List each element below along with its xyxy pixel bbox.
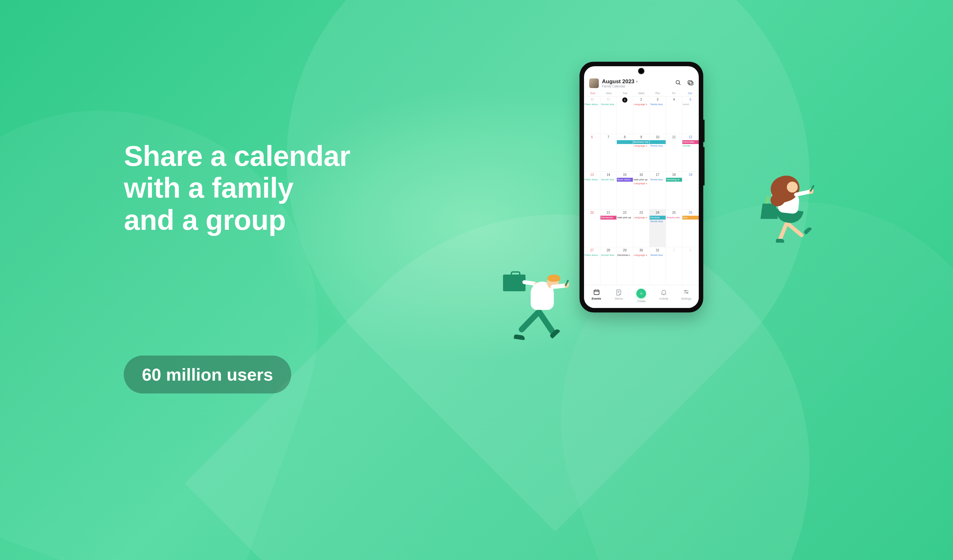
day-cell[interactable]: 2Language s (633, 96, 650, 134)
event-chip[interactable]: Piano lesso (584, 253, 600, 257)
phone-screen: August 2023 ▾ Family Calendar SunMonTueW… (584, 66, 699, 308)
event-chip[interactable]: Piano lesso (584, 178, 600, 181)
day-cell[interactable]: 13Piano lesso (584, 172, 601, 209)
event-chip[interactable]: Tennis less (650, 253, 666, 257)
event-chip[interactable]: Beauty salo (666, 216, 682, 220)
day-cell[interactable]: 12InformatioDental (682, 134, 699, 172)
day-cell[interactable]: 29Electrical o (617, 247, 633, 285)
day-number: 31 (601, 98, 616, 102)
day-number: 15 (617, 173, 633, 177)
event-chip[interactable]: Soccer less (601, 178, 616, 181)
event-chip[interactable]: Tennis less (650, 178, 666, 181)
nav-settings[interactable]: Settings (675, 289, 697, 303)
day-number: 2 (682, 248, 699, 253)
day-cell[interactable]: 4 (666, 96, 682, 134)
day-number: 1 (617, 98, 633, 102)
calendar-avatar-icon[interactable] (589, 78, 599, 88)
headline: Share a calendar with a family and a gro… (124, 140, 350, 236)
day-cell[interactable]: 17Tennis less (650, 172, 666, 209)
day-cell[interactable]: 25Beauty salo (666, 209, 682, 247)
month-grid[interactable]: 30Piano lesso31Soccer less12Language s3T… (584, 96, 699, 285)
event-chip[interactable]: kate pick up (617, 216, 633, 220)
nav-label: Create (637, 299, 646, 303)
day-cell[interactable]: 18Wedding ar (666, 172, 682, 209)
event-chip[interactable]: Electrical o (617, 253, 633, 257)
day-cell[interactable]: 3Tennis less (650, 96, 666, 134)
event-chip[interactable]: Business trip (633, 140, 649, 144)
day-cell[interactable]: 5lunch (682, 96, 699, 134)
weekday-label: Sun (585, 92, 601, 95)
day-cell[interactable]: 9Business tripLanguage s (633, 134, 650, 172)
day-cell[interactable]: 30Piano lesso (584, 96, 601, 134)
day-cell[interactable]: 28Soccer less (601, 247, 617, 285)
sliders-icon (683, 289, 690, 296)
event-chip[interactable]: Soccer less (601, 102, 616, 106)
svg-rect-3 (689, 82, 693, 85)
day-cell[interactable]: 16kate pick upLanguage s (633, 172, 650, 209)
nav-label: Events (592, 297, 601, 300)
event-chip[interactable]: Language s (633, 253, 649, 257)
event-chip[interactable]: Dental (682, 144, 699, 148)
day-cell[interactable]: 8 (617, 134, 633, 172)
event-chip[interactable]: Rehearsal (601, 216, 616, 220)
day-cell[interactable]: 21Rehearsal (601, 209, 617, 247)
event-chip[interactable]: Soccer less (601, 253, 616, 257)
day-number: 4 (666, 98, 682, 102)
day-cell[interactable]: 10Tennis less (650, 134, 666, 172)
event-chip[interactable]: Seminar (650, 216, 666, 220)
day-cell[interactable]: 19 (682, 172, 699, 209)
weekday-label: Fri (666, 92, 682, 95)
event-chip[interactable]: Language s (633, 102, 649, 106)
woman-illustration (762, 179, 833, 250)
day-cell[interactable]: 31Tennis less (650, 247, 666, 285)
event-chip[interactable] (650, 140, 666, 144)
weekday-label: Wed (633, 92, 649, 95)
day-number: 22 (617, 211, 633, 215)
header-titles[interactable]: August 2023 ▾ Family Calendar (602, 78, 672, 88)
day-cell[interactable]: 1 (666, 247, 682, 285)
event-chip[interactable]: Tennis less (650, 102, 666, 106)
day-cell[interactable]: 24SeminarTennis less (650, 209, 666, 247)
day-number: 10 (650, 135, 666, 140)
day-cell[interactable]: 6 (584, 134, 601, 172)
day-cell[interactable]: 11 (666, 134, 682, 172)
nav-memo[interactable]: Memo (608, 289, 630, 303)
day-cell[interactable]: 14Soccer less (601, 172, 617, 209)
nav-label: Memo (615, 297, 623, 300)
nav-activity[interactable]: Activity (652, 289, 675, 303)
event-chip[interactable]: Informatio (682, 140, 699, 144)
event-chip[interactable]: Tennis less (650, 220, 666, 223)
day-cell[interactable]: 23Language s (633, 209, 650, 247)
calendar-name: Family Calendar (602, 85, 672, 88)
nav-events[interactable]: Events (585, 289, 608, 303)
day-cell[interactable]: 31Soccer less (601, 96, 617, 134)
event-chip[interactable]: Zoo (682, 216, 699, 220)
event-chip[interactable]: Piano lesso (584, 102, 600, 106)
event-chip[interactable]: Tennis less (650, 144, 666, 148)
hair (547, 275, 560, 282)
shoe (776, 239, 784, 243)
event-chip[interactable]: Language s (633, 181, 649, 186)
event-chip[interactable] (617, 140, 633, 144)
event-chip[interactable]: Language s (633, 216, 649, 220)
day-cell[interactable]: 22kate pick up (617, 209, 633, 247)
day-number: 28 (601, 248, 616, 253)
day-cell[interactable]: 26Zoo (682, 209, 699, 247)
nav-label: Settings (681, 297, 692, 300)
nav-create[interactable]: Create (630, 289, 652, 303)
event-chip[interactable]: Language s (633, 144, 649, 148)
day-cell[interactable]: 27Piano lesso (584, 247, 601, 285)
day-cell[interactable]: 30Language s (633, 247, 650, 285)
event-chip[interactable]: lunch (682, 102, 699, 106)
event-chip[interactable]: Wedding ar (666, 178, 682, 181)
event-chip[interactable]: Book return (617, 178, 633, 181)
event-chip[interactable]: kate pick up (633, 178, 649, 181)
day-cell[interactable]: 2 (682, 247, 699, 285)
day-cell[interactable]: 15Book return (617, 172, 633, 209)
day-cell[interactable]: 1 (617, 96, 633, 134)
day-cell[interactable]: 20 (584, 209, 601, 247)
day-cell[interactable]: 7 (601, 134, 617, 172)
svg-rect-2 (688, 81, 692, 84)
search-icon[interactable] (675, 79, 681, 87)
inbox-icon[interactable] (687, 79, 694, 87)
